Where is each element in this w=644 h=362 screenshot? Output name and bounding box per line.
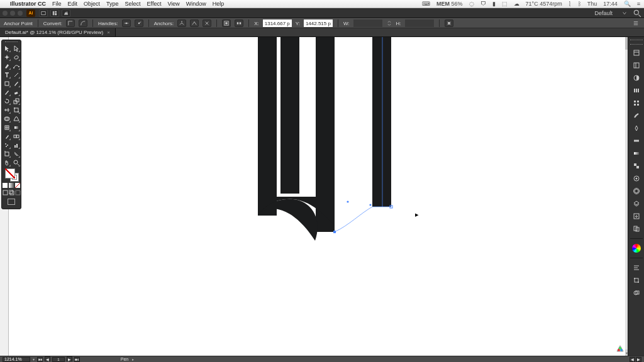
menu-help[interactable]: Help (213, 1, 225, 7)
properties-panel-icon[interactable] (630, 47, 643, 58)
slice-tool[interactable] (11, 150, 21, 158)
prev-artboard-icon[interactable]: ◀ (45, 356, 50, 361)
dropbox-icon[interactable]: ⬚ (502, 1, 508, 7)
menu-edit[interactable]: Edit (68, 1, 78, 7)
magic-wand-tool[interactable] (2, 53, 11, 62)
spotlight-icon[interactable]: 🔍 (624, 1, 631, 7)
artboard-canvas[interactable]: ▸ (9, 37, 625, 356)
h-field[interactable] (405, 19, 434, 27)
info-chevron-icon[interactable]: ▸ (132, 357, 134, 361)
pencil-tool[interactable] (2, 88, 11, 97)
libraries-panel-icon[interactable] (630, 60, 643, 71)
type-tool[interactable] (2, 70, 11, 79)
perspective-tool[interactable] (11, 114, 21, 123)
bluetooth-icon[interactable]: ᛒ (578, 1, 581, 7)
hscroll-right-icon[interactable]: ▶ (636, 357, 641, 362)
draw-behind[interactable] (8, 189, 14, 196)
x-field[interactable] (263, 19, 292, 27)
zoom-window[interactable] (18, 11, 23, 16)
swatches-panel-icon[interactable] (630, 97, 643, 109)
align-panel-icon[interactable] (630, 262, 643, 273)
wifi-icon[interactable]: ⦚ (569, 1, 572, 7)
y-field[interactable] (304, 19, 333, 27)
isolate-button[interactable] (222, 19, 231, 27)
transform-panel-icon[interactable] (630, 275, 643, 286)
menu-type[interactable]: Type (106, 1, 119, 7)
stroke-panel-icon[interactable] (630, 135, 643, 146)
zoom-chevron-icon[interactable]: ▾ (33, 357, 35, 361)
menu-select[interactable]: Select (125, 1, 141, 7)
close-tab-icon[interactable]: × (107, 30, 110, 35)
gradient-tool[interactable] (11, 123, 21, 132)
clock-day[interactable]: Thu (587, 1, 597, 7)
eyedropper-tool[interactable] (2, 132, 11, 141)
cut-path-button[interactable] (203, 19, 211, 27)
cc-icon[interactable]: ☁ (514, 1, 519, 7)
artboard-nav[interactable]: ⏮ ◀ 1 ▶ ⏭ (37, 356, 80, 362)
mesh-tool[interactable] (2, 123, 11, 132)
draw-normal[interactable] (2, 189, 8, 196)
constrain-icon[interactable] (445, 19, 453, 27)
fill-stroke-swatch[interactable] (2, 167, 21, 182)
app-name[interactable]: Illustrator CC (10, 1, 46, 7)
menu-effect[interactable]: Effect (147, 1, 162, 7)
notification-center-icon[interactable]: ≡ (637, 1, 640, 7)
symbol-sprayer-tool[interactable] (2, 141, 11, 150)
column-graph-tool[interactable] (11, 141, 21, 150)
hide-handles-button[interactable] (135, 19, 143, 27)
first-artboard-icon[interactable]: ⏮ (37, 357, 43, 362)
hand-tool[interactable] (2, 158, 11, 167)
menu-file[interactable]: File (52, 1, 62, 7)
window-controls[interactable] (3, 11, 23, 16)
last-artboard-icon[interactable]: ⏭ (74, 357, 80, 362)
layers-panel-icon[interactable] (630, 198, 643, 209)
color-mode[interactable] (2, 182, 8, 189)
show-handles-button[interactable] (122, 19, 131, 27)
clock-time[interactable]: 17:44 (603, 1, 618, 7)
gradient-mode[interactable] (8, 182, 14, 189)
asset-export-panel-icon[interactable] (630, 211, 643, 222)
appearance-panel-icon[interactable] (630, 173, 643, 184)
workspace-switcher[interactable]: Default (591, 10, 616, 16)
hscroll-left-icon[interactable]: ◀ (630, 357, 635, 362)
align-to-button[interactable] (235, 19, 243, 27)
selection-tool[interactable] (2, 44, 11, 53)
paintbrush-tool[interactable] (11, 79, 21, 88)
close-window[interactable] (3, 11, 8, 16)
color-proof-icon[interactable] (615, 344, 625, 354)
direct-selection-tool[interactable] (11, 44, 21, 53)
convert-smooth-button[interactable] (79, 19, 87, 27)
menu-window[interactable]: Window (186, 1, 206, 7)
menu-view[interactable]: View (167, 1, 179, 7)
chevron-down-icon[interactable] (620, 9, 629, 17)
free-transform-tool[interactable] (11, 106, 21, 114)
w-field[interactable] (353, 19, 382, 27)
connect-anchor-button[interactable] (190, 19, 199, 27)
curvature-tool[interactable] (11, 62, 21, 70)
minimize-window[interactable] (10, 11, 15, 16)
eraser-tool[interactable] (11, 88, 21, 97)
none-mode[interactable] (14, 182, 21, 189)
battery-icon[interactable]: ▮ (492, 1, 496, 7)
scale-tool[interactable] (11, 97, 21, 106)
doc-open-dropdown[interactable] (39, 9, 48, 17)
cloud-icon[interactable]: ◌ (469, 1, 474, 7)
shield-icon[interactable]: ⛉ (480, 1, 486, 7)
symbols-panel-icon[interactable] (630, 123, 643, 134)
pen-tool[interactable] (2, 62, 11, 70)
document-tab[interactable]: Default.ai* @ 1214.1% (RGB/GPU Preview) … (0, 28, 116, 36)
keyboard-menuextra-icon[interactable]: ⌨ (422, 1, 430, 7)
panel-grip-icon[interactable] (630, 40, 643, 45)
search-help-icon[interactable] (633, 9, 641, 17)
graphic-styles-panel-icon[interactable] (630, 185, 643, 197)
arrange-documents[interactable] (50, 9, 59, 17)
next-artboard-icon[interactable]: ▶ (67, 356, 72, 361)
blend-tool[interactable] (11, 132, 21, 141)
artboard-tool[interactable] (2, 150, 11, 158)
gpu-preview-icon[interactable] (62, 9, 70, 17)
color-wheel-panel-icon[interactable] (630, 243, 643, 254)
artboard-number[interactable]: 1 (52, 357, 65, 362)
zoom-tool[interactable] (11, 158, 21, 167)
remove-anchor-button[interactable] (177, 19, 186, 27)
lasso-tool[interactable] (11, 53, 21, 62)
